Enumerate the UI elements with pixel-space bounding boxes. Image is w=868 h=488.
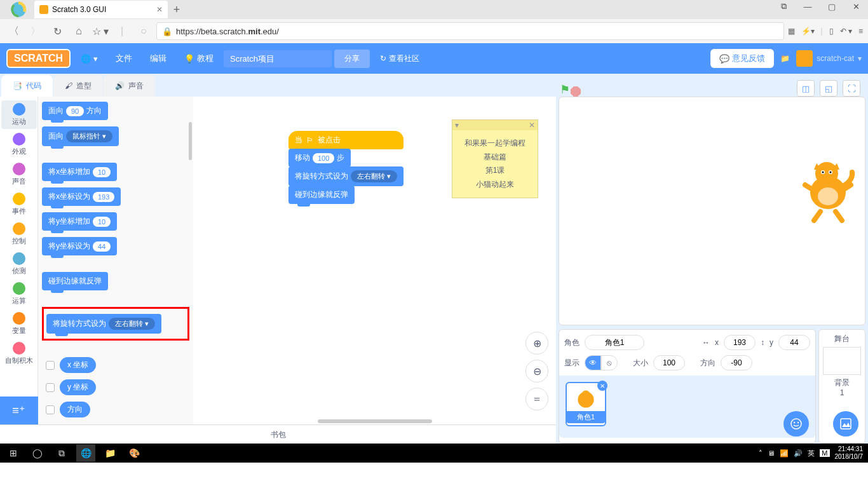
new-tab-button[interactable]: +: [168, 3, 186, 17]
reporter-direction[interactable]: 方向: [60, 402, 90, 417]
see-community-button[interactable]: ↻ 查看社区: [372, 50, 427, 68]
minimize-button[interactable]: —: [799, 2, 816, 11]
stage-small-button[interactable]: ◫: [797, 80, 815, 97]
undo-icon[interactable]: ↶ ▾: [840, 27, 852, 36]
forward-button[interactable]: 〉: [27, 22, 44, 40]
tab-sounds[interactable]: 🔊 声音: [104, 75, 155, 97]
sprite-name-input[interactable]: [585, 335, 644, 350]
category-自制积木[interactable]: 自制积木: [1, 339, 37, 368]
hide-button[interactable]: ⦸: [601, 355, 618, 370]
flash-icon[interactable]: ⚡▾: [801, 27, 815, 36]
taskbar-app-paint[interactable]: 🎨: [125, 444, 144, 462]
edit-menu[interactable]: 编辑: [142, 49, 174, 68]
block-change-y[interactable]: 将y坐标增加10: [42, 212, 117, 231]
zoom-out-button[interactable]: ⊖: [526, 360, 548, 383]
palette-scrollbar[interactable]: [189, 122, 192, 160]
add-sprite-button[interactable]: [783, 411, 809, 437]
add-extension-button[interactable]: ≡⁺: [0, 396, 38, 424]
share-button[interactable]: 分享: [334, 50, 370, 68]
close-icon[interactable]: ✕: [156, 5, 163, 14]
reporter-x[interactable]: x 坐标: [60, 357, 96, 373]
sprite-tile[interactable]: ✕ 角色1: [566, 382, 606, 426]
sprite-y-input[interactable]: [778, 335, 810, 350]
cortana-button[interactable]: ◯: [28, 444, 47, 462]
block-change-x[interactable]: 将x坐标增加10: [42, 163, 117, 181]
tray-m[interactable]: M: [820, 449, 829, 457]
block-point-towards[interactable]: 面向鼠标指针 ▾: [42, 126, 119, 146]
checkbox-x[interactable]: [46, 361, 55, 370]
file-menu[interactable]: 文件: [108, 49, 140, 68]
checkbox-y[interactable]: [46, 383, 55, 392]
block-set-rotation-style[interactable]: 将旋转方式设为左右翻转 ▾: [46, 314, 161, 334]
block-set-x[interactable]: 将x坐标设为193: [42, 187, 121, 206]
tab-switcher-icon[interactable]: ⧉: [775, 1, 792, 11]
block-set-y[interactable]: 将y坐标设为44: [42, 237, 117, 255]
reader-icon[interactable]: ▯: [829, 27, 834, 36]
tray-network-icon[interactable]: 🖥: [768, 449, 775, 457]
browser-tab[interactable]: Scratch 3.0 GUI ✕: [34, 1, 168, 18]
project-name-input[interactable]: [224, 50, 332, 67]
taskbar-app-browser[interactable]: 🌐: [76, 444, 95, 462]
show-button[interactable]: 👁: [585, 355, 601, 370]
zoom-in-button[interactable]: ⊕: [526, 332, 548, 355]
category-侦测[interactable]: 侦测: [1, 250, 37, 278]
backpack-drawer[interactable]: 书包: [0, 424, 556, 444]
tray-chevron-icon[interactable]: ˄: [759, 449, 763, 458]
language-menu[interactable]: 🌐▾: [73, 49, 105, 68]
back-button[interactable]: 〈: [5, 22, 23, 40]
block-when-flag-clicked[interactable]: 当🏳被点击: [288, 131, 403, 149]
block-bounce-edge[interactable]: 碰到边缘就反弹: [42, 272, 108, 290]
zoom-reset-button[interactable]: ＝: [526, 388, 548, 410]
block-move-steps[interactable]: 移动100步: [288, 149, 351, 167]
close-button[interactable]: ✕: [848, 2, 864, 11]
category-运动[interactable]: 运动: [1, 100, 37, 129]
sprite-direction-input[interactable]: [721, 355, 752, 370]
green-flag-button[interactable]: ⚑: [560, 83, 570, 97]
tab-costumes[interactable]: 🖌 造型: [53, 75, 103, 97]
favorite-button[interactable]: ☆ ▾: [92, 22, 109, 40]
category-外观[interactable]: 外观: [1, 130, 37, 159]
scratch-logo[interactable]: SCRATCH: [6, 49, 71, 68]
comment-collapse-icon[interactable]: ▾: [455, 121, 459, 130]
stage-thumbnail[interactable]: [823, 347, 861, 375]
tray-ime[interactable]: 英: [808, 449, 815, 458]
category-变量[interactable]: 变量: [1, 309, 37, 338]
checkbox-dir[interactable]: [46, 405, 55, 414]
workspace-scrollbar[interactable]: [318, 419, 432, 423]
taskview-button[interactable]: ⧉: [52, 444, 71, 462]
tray-wifi-icon[interactable]: 📶: [780, 449, 789, 458]
script-workspace[interactable]: 当🏳被点击 移动100步 将旋转方式设为左右翻转 ▾ 碰到边缘就反弹 ▾✕ 和果…: [193, 97, 556, 424]
user-menu[interactable]: scratch-cat ▾: [796, 50, 862, 67]
tray-volume-icon[interactable]: 🔊: [794, 449, 803, 458]
home-button[interactable]: ⌂: [70, 22, 88, 40]
mystuff-icon[interactable]: 📁: [780, 54, 790, 63]
category-声音[interactable]: 声音: [1, 160, 37, 189]
stage-canvas[interactable]: [559, 97, 865, 325]
fullscreen-button[interactable]: ⛶: [843, 80, 860, 97]
category-运算[interactable]: 运算: [1, 280, 37, 308]
tray-clock[interactable]: 21:44:312018/10/7: [835, 445, 864, 461]
start-button[interactable]: ⊞: [4, 444, 23, 462]
maximize-button[interactable]: ▢: [824, 2, 840, 11]
tutorials-menu[interactable]: 💡 教程: [177, 49, 221, 68]
block-set-rotation-style-ws[interactable]: 将旋转方式设为左右翻转 ▾: [288, 166, 403, 186]
category-事件[interactable]: 事件: [1, 190, 37, 219]
category-控制[interactable]: 控制: [1, 220, 37, 248]
reporter-y[interactable]: y 坐标: [60, 379, 96, 395]
qr-icon[interactable]: ▦: [788, 27, 795, 36]
delete-sprite-icon[interactable]: ✕: [597, 381, 607, 391]
feedback-button[interactable]: 💬 意见反馈: [710, 49, 774, 68]
site-info-button[interactable]: ○: [135, 22, 153, 40]
add-backdrop-button[interactable]: [833, 411, 858, 437]
sprite-size-input[interactable]: [653, 355, 685, 370]
stop-button[interactable]: [571, 86, 581, 97]
stage-large-button[interactable]: ◱: [820, 80, 837, 97]
address-bar[interactable]: 🔒 https://beta.scratch.mit.edu/: [156, 22, 784, 40]
taskbar-app-explorer[interactable]: 📁: [100, 444, 119, 462]
block-point-direction[interactable]: 面向90方向: [42, 102, 108, 120]
sprite-x-input[interactable]: [724, 335, 756, 350]
comment-close-icon[interactable]: ✕: [529, 121, 535, 130]
comment-note[interactable]: ▾✕ 和果果一起学编程 基础篇 第1课 小猫动起来: [452, 119, 538, 198]
menu-icon[interactable]: ≡: [858, 27, 863, 36]
reload-button[interactable]: ↻: [48, 22, 66, 40]
